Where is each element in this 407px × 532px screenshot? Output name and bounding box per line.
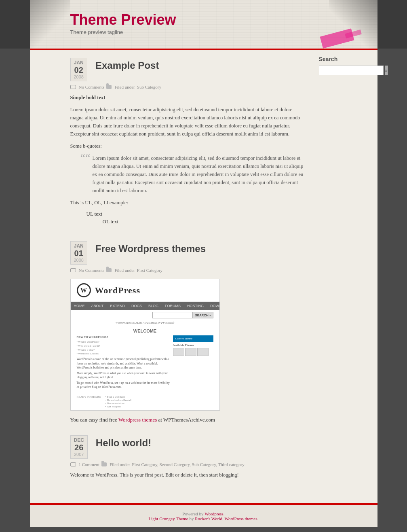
- comment-icon-3: [70, 462, 76, 466]
- by-text: by: [188, 516, 195, 521]
- wp-footer-row: READY TO BEGIN? • Find a web host • Down…: [71, 393, 219, 410]
- post-meta-3: 1 Comment Filed under First Category, Se…: [70, 462, 305, 467]
- folder-icon-3: [101, 462, 107, 466]
- wp-theme-box: Current Theme: [173, 335, 213, 342]
- folder-icon-2: [106, 268, 112, 272]
- footer-end: .: [257, 516, 259, 521]
- wp-logo-label: WordPress: [95, 285, 140, 295]
- bold-heading-1: Simple bold text: [70, 93, 305, 102]
- date-day-1: 02: [74, 66, 84, 74]
- wordpress-link[interactable]: Wordpress: [205, 511, 224, 516]
- date-box-1: Jan 02 2008: [70, 58, 87, 81]
- wp-content-row: NEW TO WORDPRESS? • What is WordPress? •…: [77, 335, 213, 390]
- date-year-1: 2008: [74, 74, 84, 79]
- wp-thumb-3: [197, 348, 209, 356]
- wp-screenshot: W WordPress HOME ABOUT EXTEND DOCS BLOG …: [70, 279, 220, 411]
- comment-icon-1: [70, 85, 76, 89]
- blockquote-1: Lorem ipsum dolor sit amet, consectetur …: [82, 154, 305, 195]
- wp-link-1: • Why should I use it?: [77, 344, 171, 348]
- date-year-2: 2008: [74, 258, 84, 263]
- post-title-1: Example Post: [95, 60, 159, 71]
- content-area: Jan 02 2008 Example Post No Comments Fil…: [30, 50, 313, 503]
- wp-notice: WORDPRESS IS ALSO AVAILABLE IN РУССКИЙ: [71, 320, 219, 325]
- date-month-3: Dec: [74, 437, 84, 443]
- banner-inner: Theme Preview Theme preview tagline: [30, 0, 377, 49]
- site-tagline: Theme preview tagline: [70, 29, 123, 35]
- top-banner: Theme Preview Theme preview tagline: [0, 0, 407, 49]
- wp-search-input[interactable]: [152, 312, 193, 318]
- ol-text-item: OL text: [86, 218, 305, 225]
- post-filed-2: Filed under: [114, 268, 135, 273]
- wp-logo-text: WordPress: [95, 285, 140, 296]
- wp-link-2: • What is a blog?: [77, 348, 171, 352]
- footer-sep1: .: [224, 511, 225, 516]
- wp-link-0: • What is WordPress?: [77, 340, 171, 344]
- wp-search-button[interactable]: SEARCH »: [193, 312, 213, 318]
- wp-nav-home: HOME: [71, 303, 88, 309]
- author-link[interactable]: Rocker's World: [195, 516, 222, 521]
- date-box-3: Dec 26 2007: [70, 435, 88, 459]
- date-day-3: 26: [74, 443, 84, 452]
- wp-themes-link[interactable]: WordPress themes: [224, 516, 257, 521]
- post-body-3: Welcome to WordPress. This is your first…: [70, 471, 305, 479]
- powered-by-text: Powered by: [182, 511, 205, 516]
- wp-support: • Get Support: [105, 405, 131, 408]
- wordpress-themes-link[interactable]: Wordpress themes: [118, 417, 157, 423]
- wp-find-host: • Find a web host: [105, 395, 131, 398]
- date-day-2: 01: [74, 249, 84, 258]
- post-body-1: Simple bold text Lorem ipsum dolor sit a…: [70, 93, 305, 225]
- wp-download: • Download and Install: [105, 398, 131, 402]
- date-year-3: 2007: [74, 452, 84, 457]
- wp-theme-thumbs: [173, 348, 213, 356]
- post-header-2: Jan 01 2008 Free Wordpress themes: [70, 241, 305, 265]
- wp-ready-label: READY TO BEGIN?: [77, 395, 101, 408]
- post-comments-2: No Comments: [79, 268, 105, 273]
- wp-nav-download: DOWNLOAD: [207, 303, 219, 309]
- hello-world-body: Welcome to WordPress. This is your first…: [70, 471, 305, 479]
- wp-body-text2-content: More simply, WordPress is what you use w…: [77, 371, 168, 379]
- wp-nav-forums: FORUMS: [162, 303, 184, 309]
- wp-nav-hosting: HOSTING: [184, 303, 207, 309]
- wp-body: WELCOME NEW TO WORDPRESS? • What is Word…: [71, 325, 219, 393]
- folder-icon-1: [106, 85, 112, 89]
- date-month-2: Jan: [74, 243, 84, 249]
- wp-sidebar-col: Current Theme Available Themes: [173, 335, 213, 390]
- post-body-2: You can easy find free Wordpress themes …: [70, 417, 305, 423]
- wp-logo-area: W WordPress: [71, 279, 219, 302]
- date-month-1: Jan: [74, 60, 84, 66]
- wp-nav-docs: DOCS: [128, 303, 145, 309]
- ul-text-item: UL text: [86, 211, 305, 217]
- list-intro: This is UL, OL, LI example:: [70, 199, 305, 207]
- body-text-pre: You can easy find free: [70, 417, 118, 423]
- post-title-2: Free Wordpress themes: [95, 243, 206, 254]
- wp-thumb-2: [185, 348, 196, 356]
- ul-example: UL text OL text: [86, 211, 305, 225]
- wp-left-links: • What is WordPress? • Why should I use …: [77, 340, 171, 356]
- search-button[interactable]: »: [385, 66, 388, 75]
- wp-body-text3-content: To get started with WordPress, set it up…: [77, 381, 170, 389]
- wp-body-text2: More simply, WordPress is what you use w…: [77, 371, 171, 380]
- comment-icon-2: [70, 268, 76, 272]
- wp-docs: • Documentation: [105, 402, 131, 405]
- wp-nav: HOME ABOUT EXTEND DOCS BLOG FORUMS HOSTI…: [71, 302, 219, 310]
- post-hello-world: Dec 26 2007 Hello world! 1 Comment Filed…: [70, 435, 305, 483]
- post-filed-3: Filed under: [110, 462, 130, 467]
- wp-body-text-content: WordPress is a state-of-the-art semantic…: [77, 357, 169, 369]
- body-paragraph-1: Lorem ipsum dolor sit amet, consectetur …: [70, 106, 305, 138]
- site-title: Theme Preview: [70, 11, 176, 28]
- wp-nav-about: ABOUT: [88, 303, 107, 309]
- theme-link[interactable]: Light Grungey Theme: [149, 516, 188, 521]
- wp-nav-extend: EXTEND: [107, 303, 129, 309]
- wp-main-col: WELCOME NEW TO WORDPRESS? • What is Word…: [77, 329, 213, 390]
- bquotes-label: Some b-quotes:: [70, 142, 305, 150]
- post-meta-1: No Comments Filed under Sub Category: [70, 85, 305, 89]
- body-text-post: at WPThemesArchive.com: [157, 417, 215, 423]
- post-title-3: Hello world!: [96, 437, 151, 449]
- grunge-left: [30, 0, 70, 49]
- post-comments-1: No Comments: [79, 85, 105, 89]
- search-input[interactable]: [319, 66, 384, 75]
- wp-thumb-1: [173, 348, 184, 356]
- wp-nav-blog: BLOG: [145, 303, 162, 309]
- post-header-3: Dec 26 2007 Hello world!: [70, 435, 305, 459]
- wp-available-themes: Available Themes: [173, 343, 213, 347]
